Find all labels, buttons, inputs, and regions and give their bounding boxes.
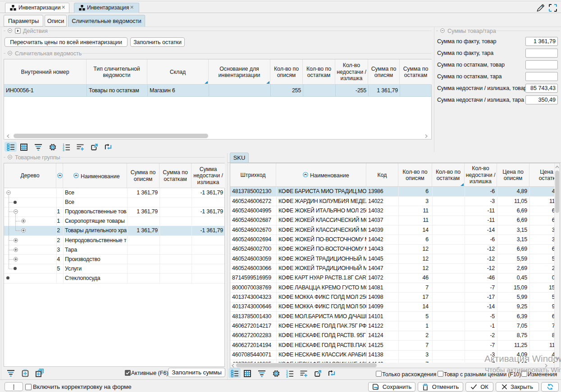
svg-text:3: 3 [63,149,64,151]
svg-text:3: 3 [286,375,288,378]
